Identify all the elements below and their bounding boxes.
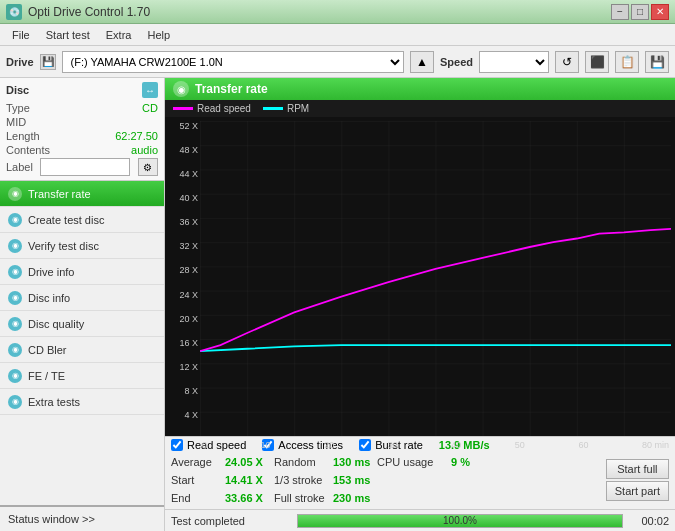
third-stroke-label: 1/3 stroke — [274, 474, 329, 486]
chart-title: Transfer rate — [195, 82, 268, 96]
svg-rect-1 — [200, 121, 671, 436]
end-label: End — [171, 492, 221, 504]
maximize-button[interactable]: □ — [631, 4, 649, 20]
chart-svg — [200, 121, 671, 436]
label-edit-button[interactable]: ⚙ — [138, 158, 158, 176]
x-label-60: 60 — [578, 440, 588, 450]
stats-row-1: Average 24.05 X Random 130 ms CPU usage … — [171, 453, 600, 471]
legend-rpm-color — [263, 107, 283, 110]
legend-read-speed-color — [173, 107, 193, 110]
menu-start-test[interactable]: Start test — [38, 27, 98, 43]
status-text: Test completed — [171, 515, 291, 527]
menu-bar: File Start test Extra Help — [0, 24, 675, 46]
save-button[interactable]: 💾 — [645, 51, 669, 73]
average-value: 24.05 X — [225, 456, 270, 468]
speed-select[interactable] — [479, 51, 549, 73]
arrows-icon: ↔ — [145, 85, 155, 96]
stats-row-2: Start 14.41 X 1/3 stroke 153 ms — [171, 471, 600, 489]
disc-contents-value: audio — [131, 144, 158, 156]
nav-drive-info-label: Drive info — [28, 266, 74, 278]
chart-area: 0 10 20 30 40 50 60 80 min — [200, 121, 671, 436]
menu-extra[interactable]: Extra — [98, 27, 140, 43]
app-icon: 💿 — [6, 4, 22, 20]
start-full-button[interactable]: Start full — [606, 459, 669, 479]
eject-button[interactable]: ▲ — [410, 51, 434, 73]
disc-type-value: CD — [142, 102, 158, 114]
nav-verify-test-disc-label: Verify test disc — [28, 240, 99, 252]
label-input[interactable] — [40, 158, 130, 176]
cpu-label: CPU usage — [377, 456, 447, 468]
minimize-button[interactable]: − — [611, 4, 629, 20]
start-value: 14.41 X — [225, 474, 270, 486]
disc-contents-label: Contents — [6, 144, 50, 156]
start-part-button[interactable]: Start part — [606, 481, 669, 501]
disc-contents-row: Contents audio — [6, 144, 158, 156]
disc-section: Disc ↔ Type CD MID Length 62:27.50 Conte… — [0, 78, 164, 181]
drive-bar: Drive 💾 (F:) YAMAHA CRW2100E 1.0N ▲ Spee… — [0, 46, 675, 78]
start-label: Start — [171, 474, 221, 486]
nav-disc-info-label: Disc info — [28, 292, 70, 304]
left-panel: Disc ↔ Type CD MID Length 62:27.50 Conte… — [0, 78, 165, 531]
drive-select[interactable]: (F:) YAMAHA CRW2100E 1.0N — [62, 51, 404, 73]
stats-and-buttons: Average 24.05 X Random 130 ms CPU usage … — [171, 453, 669, 507]
nav-transfer-rate-label: Transfer rate — [28, 188, 91, 200]
chart-header: ◉ Transfer rate — [165, 78, 675, 100]
disc-label-key: Label — [6, 161, 33, 173]
eraser-icon: ⬛ — [590, 55, 605, 69]
title-text: Opti Drive Control 1.70 — [28, 5, 150, 19]
disc-length-label: Length — [6, 130, 40, 142]
nav-menu: ◉ Transfer rate ◉ Create test disc ◉ Ver… — [0, 181, 164, 505]
copy-button[interactable]: 📋 — [615, 51, 639, 73]
y-label-12: 12 X — [169, 362, 198, 372]
refresh-button[interactable]: ↺ — [555, 51, 579, 73]
y-label-32: 32 X — [169, 241, 198, 251]
x-label-20: 20 — [324, 440, 334, 450]
gear-icon: ⚙ — [143, 162, 152, 173]
nav-drive-info[interactable]: ◉ Drive info — [0, 259, 164, 285]
third-stroke-value: 153 ms — [333, 474, 373, 486]
nav-cd-bler-label: CD Bler — [28, 344, 67, 356]
nav-transfer-rate[interactable]: ◉ Transfer rate — [0, 181, 164, 207]
y-label-20: 20 X — [169, 314, 198, 324]
extra-tests-icon: ◉ — [8, 395, 22, 409]
close-button[interactable]: ✕ — [651, 4, 669, 20]
disc-length-row: Length 62:27.50 — [6, 130, 158, 142]
chart-body: 52 X 48 X 44 X 40 X 36 X 32 X 28 X 24 X … — [165, 117, 675, 436]
stats-row-3: End 33.66 X Full stroke 230 ms — [171, 489, 600, 507]
disc-type-row: Type CD — [6, 102, 158, 114]
refresh-icon: ↺ — [562, 55, 572, 69]
nav-extra-tests-label: Extra tests — [28, 396, 80, 408]
nav-cd-bler[interactable]: ◉ CD Bler — [0, 337, 164, 363]
disc-label-row: Label ⚙ — [6, 158, 158, 176]
nav-verify-test-disc[interactable]: ◉ Verify test disc — [0, 233, 164, 259]
read-speed-checkbox[interactable] — [171, 439, 183, 451]
status-window-button[interactable]: Status window >> — [0, 505, 164, 531]
menu-help[interactable]: Help — [139, 27, 178, 43]
verify-disc-icon: ◉ — [8, 239, 22, 253]
y-label-24: 24 X — [169, 290, 198, 300]
legend-rpm: RPM — [263, 103, 309, 114]
disc-info-icon: ◉ — [8, 291, 22, 305]
cd-bler-icon: ◉ — [8, 343, 22, 357]
end-value: 33.66 X — [225, 492, 270, 504]
progress-text: 100.0% — [298, 515, 622, 527]
y-label-52: 52 X — [169, 121, 198, 131]
disc-type-label: Type — [6, 102, 30, 114]
nav-fe-te[interactable]: ◉ FE / TE — [0, 363, 164, 389]
disc-arrow-button[interactable]: ↔ — [142, 82, 158, 98]
disc-mid-label: MID — [6, 116, 26, 128]
legend-read-speed-label: Read speed — [197, 103, 251, 114]
y-label-8: 8 X — [169, 386, 198, 396]
menu-file[interactable]: File — [4, 27, 38, 43]
nav-disc-info[interactable]: ◉ Disc info — [0, 285, 164, 311]
eraser-button[interactable]: ⬛ — [585, 51, 609, 73]
fe-te-icon: ◉ — [8, 369, 22, 383]
x-label-10: 10 — [261, 440, 271, 450]
full-stroke-label: Full stroke — [274, 492, 329, 504]
chart-header-icon: ◉ — [173, 81, 189, 97]
nav-create-test-disc[interactable]: ◉ Create test disc — [0, 207, 164, 233]
time-text: 00:02 — [629, 515, 669, 527]
nav-extra-tests[interactable]: ◉ Extra tests — [0, 389, 164, 415]
nav-disc-quality[interactable]: ◉ Disc quality — [0, 311, 164, 337]
action-buttons: Start full Start part — [606, 453, 669, 507]
